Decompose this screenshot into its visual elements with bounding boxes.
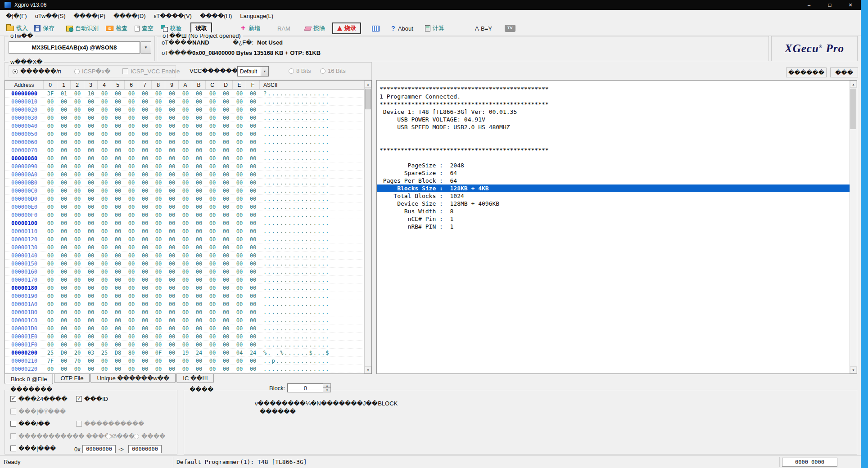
hex-byte[interactable]: 00 — [71, 171, 84, 178]
hex-byte[interactable]: 00 — [206, 107, 219, 113]
hex-byte[interactable]: 00 — [111, 358, 125, 364]
hex-byte[interactable]: 00 — [98, 261, 111, 267]
hex-byte[interactable]: 20 — [71, 350, 84, 356]
hex-byte[interactable]: 00 — [125, 252, 138, 259]
hex-byte[interactable]: 00 — [44, 188, 57, 194]
hex-byte[interactable]: 00 — [138, 325, 152, 332]
hex-byte[interactable]: 00 — [84, 358, 98, 364]
hex-byte[interactable]: 00 — [152, 107, 165, 113]
hex-byte[interactable]: 00 — [71, 366, 84, 372]
hex-byte[interactable]: 00 — [206, 131, 219, 137]
hex-byte[interactable]: 00 — [84, 252, 98, 259]
hex-byte[interactable]: 00 — [71, 252, 84, 259]
hex-byte[interactable]: 00 — [152, 277, 165, 283]
hex-byte[interactable]: 00 — [57, 196, 71, 202]
toolbar-button-ram[interactable]: RAM — [276, 24, 292, 33]
hex-byte[interactable]: 00 — [44, 244, 57, 251]
hex-byte[interactable]: 00 — [206, 212, 219, 218]
hex-scrollbar[interactable]: ▲ ▼ — [364, 81, 371, 374]
tab-2[interactable]: OTP File — [54, 374, 90, 383]
hex-byte[interactable]: 00 — [98, 123, 111, 129]
hex-byte[interactable]: 00 — [125, 325, 138, 332]
hex-byte[interactable]: 00 — [152, 252, 165, 259]
hex-byte[interactable]: 00 — [246, 196, 260, 202]
hex-byte[interactable]: 00 — [125, 269, 138, 275]
hex-byte[interactable]: 00 — [125, 309, 138, 315]
hex-byte[interactable]: 00 — [71, 212, 84, 218]
hex-byte[interactable]: 00 — [152, 325, 165, 332]
hex-byte[interactable]: 00 — [192, 90, 206, 97]
hex-byte[interactable]: 00 — [138, 171, 152, 178]
hex-byte[interactable]: 00 — [98, 131, 111, 137]
hex-byte[interactable]: 00 — [165, 115, 179, 121]
hex-byte[interactable]: 00 — [219, 180, 233, 186]
hex-byte[interactable]: 00 — [57, 131, 71, 137]
close-button[interactable]: ✕ — [840, 0, 861, 10]
hex-byte[interactable]: 00 — [84, 180, 98, 186]
hex-byte[interactable]: 00 — [125, 228, 138, 234]
hex-byte[interactable]: 00 — [165, 99, 179, 105]
menu-item[interactable]: ����(P) — [69, 11, 109, 21]
hex-byte[interactable]: 00 — [71, 147, 84, 153]
hex-byte[interactable]: 00 — [125, 212, 138, 218]
hex-byte[interactable]: 00 — [138, 155, 152, 162]
hex-byte[interactable]: 00 — [44, 269, 57, 275]
hex-byte[interactable]: 00 — [84, 99, 98, 105]
hex-byte[interactable]: 00 — [165, 366, 179, 372]
hex-byte[interactable]: 00 — [165, 180, 179, 186]
hex-byte[interactable]: 00 — [98, 228, 111, 234]
hex-byte[interactable]: 00 — [219, 204, 233, 210]
hex-byte[interactable]: 00 — [219, 212, 233, 218]
toolbar-button-load[interactable]: 载入 — [5, 23, 30, 33]
hex-byte[interactable]: 00 — [84, 325, 98, 332]
hex-byte[interactable]: 00 — [233, 147, 246, 153]
hex-byte[interactable]: 00 — [125, 301, 138, 307]
hex-byte[interactable]: 00 — [206, 171, 219, 178]
hex-byte[interactable]: 00 — [44, 261, 57, 267]
hex-byte[interactable]: 00 — [165, 285, 179, 291]
hex-byte[interactable]: 00 — [219, 99, 233, 105]
hex-byte[interactable]: 00 — [111, 342, 125, 348]
hex-byte[interactable]: 00 — [219, 188, 233, 194]
hex-byte[interactable]: 00 — [138, 131, 152, 137]
hex-byte[interactable]: 00 — [233, 244, 246, 251]
hex-byte[interactable]: 00 — [246, 131, 260, 137]
hex-byte[interactable]: 00 — [192, 171, 206, 178]
hex-byte[interactable]: 00 — [57, 115, 71, 121]
hex-byte[interactable]: 00 — [206, 366, 219, 372]
hex-byte[interactable]: 00 — [246, 115, 260, 121]
hex-byte[interactable]: 00 — [179, 139, 192, 145]
hex-byte[interactable]: 00 — [165, 317, 179, 324]
hex-byte[interactable]: 00 — [219, 196, 233, 202]
hex-byte[interactable]: 00 — [98, 244, 111, 251]
hex-byte[interactable]: 00 — [138, 196, 152, 202]
hex-byte[interactable]: 00 — [71, 131, 84, 137]
hex-byte[interactable]: 00 — [165, 269, 179, 275]
hex-byte[interactable]: 00 — [71, 220, 84, 226]
hex-byte[interactable]: 00 — [138, 147, 152, 153]
toolbar-button-program[interactable]: 烧录 — [332, 22, 361, 34]
hex-byte[interactable]: 7F — [44, 358, 57, 364]
hex-byte[interactable]: 00 — [152, 309, 165, 315]
hex-byte[interactable]: 00 — [84, 244, 98, 251]
hex-byte[interactable]: 00 — [206, 261, 219, 267]
hex-byte[interactable]: 00 — [179, 244, 192, 251]
hex-byte[interactable]: 00 — [233, 309, 246, 315]
hex-byte[interactable]: 00 — [219, 277, 233, 283]
checkbox-option-5[interactable]: ���������� — [76, 420, 144, 427]
hex-byte[interactable]: 00 — [206, 99, 219, 105]
hex-byte[interactable]: 00 — [98, 171, 111, 178]
hex-byte[interactable]: 25 — [98, 350, 111, 356]
hex-byte[interactable]: 00 — [152, 155, 165, 162]
hex-byte[interactable]: 00 — [57, 342, 71, 348]
hex-byte[interactable]: 00 — [246, 236, 260, 243]
hex-byte[interactable]: 00 — [152, 236, 165, 243]
panel-button-2[interactable]: ��� — [830, 68, 858, 77]
hex-byte[interactable]: 00 — [192, 236, 206, 243]
hex-byte[interactable]: 00 — [246, 269, 260, 275]
chip-select-dropdown-button[interactable]: ▼ — [140, 41, 151, 54]
hex-byte[interactable]: 00 — [165, 139, 179, 145]
hex-byte[interactable]: 00 — [44, 317, 57, 324]
hex-byte[interactable]: 00 — [233, 196, 246, 202]
hex-byte[interactable]: 00 — [44, 333, 57, 340]
